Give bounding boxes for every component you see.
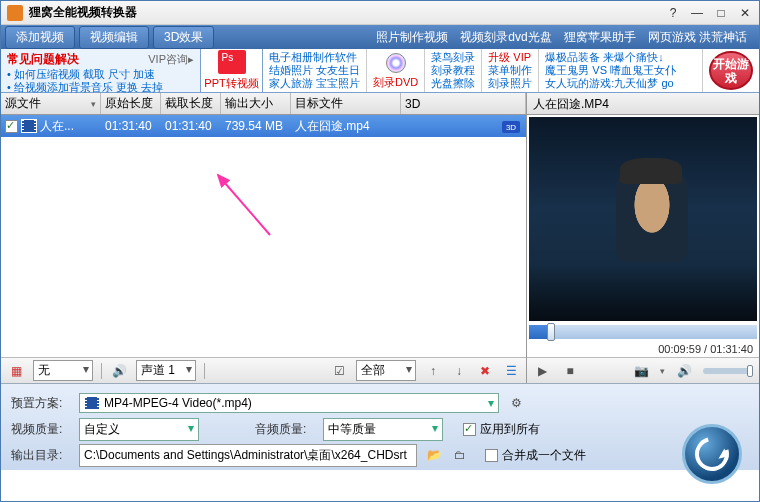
- cell-cut: 01:31:40: [161, 119, 221, 133]
- playback-slider[interactable]: [529, 325, 757, 339]
- link-web-game[interactable]: 网页游戏 洪荒神话: [648, 29, 747, 46]
- subtitle-icon[interactable]: ▦: [7, 362, 25, 380]
- faq-item[interactable]: 如何压缩视频 截取 尺寸 加速: [7, 68, 194, 81]
- preview-panel: 人在囧途.MP4 00:09:59 / 01:31:40 ▶ ■ 📷▾ 🔊: [527, 93, 759, 383]
- apply-all-checkbox[interactable]: 应用到所有: [463, 421, 540, 438]
- bottom-panel: 预置方案: MP4-MPEG-4 Video(*.mp4) ⚙ 视频质量: 自定…: [1, 383, 759, 470]
- audio-track-combo[interactable]: 声道 1: [136, 360, 196, 381]
- snapshot-icon[interactable]: 📷: [632, 362, 650, 380]
- link-photo-video[interactable]: 照片制作视频: [376, 29, 448, 46]
- dvd-icon: [386, 53, 406, 73]
- promo-link[interactable]: 刻录照片: [488, 77, 532, 90]
- table-row[interactable]: 人在... 01:31:40 01:31:40 739.54 MB 人在囧途.m…: [1, 115, 526, 137]
- volume-icon[interactable]: 🔊: [675, 362, 693, 380]
- main-toolbar: 添加视频 视频编辑 3D效果 照片制作视频 视频刻录dvd光盘 狸窝苹果助手 网…: [1, 25, 759, 49]
- promo-bar: 常见问题解决VIP咨询▸ 如何压缩视频 截取 尺寸 加速 给视频添加背景音乐 更…: [1, 49, 759, 93]
- promo-link[interactable]: 魔王鬼男 VS 嗜血鬼王女仆: [545, 64, 696, 77]
- aq-label: 音频质量:: [255, 421, 315, 438]
- promo-link[interactable]: 结婚照片 女友生日: [269, 64, 360, 77]
- burn-dvd-link[interactable]: 刻录DVD: [373, 76, 418, 89]
- faq-panel: 常见问题解决VIP咨询▸ 如何压缩视频 截取 尺寸 加速 给视频添加背景音乐 更…: [1, 49, 201, 92]
- promo-link[interactable]: 家人旅游 宝宝照片: [269, 77, 360, 90]
- preview-title: 人在囧途.MP4: [527, 93, 759, 115]
- promo-link[interactable]: 女人玩的游戏:九天仙梦 go: [545, 77, 696, 90]
- add-video-button[interactable]: 添加视频: [5, 26, 75, 49]
- output-dir-input[interactable]: C:\Documents and Settings\Administrator\…: [79, 444, 417, 467]
- ppt-promo[interactable]: PPT转视频: [201, 49, 263, 92]
- toolbar-links: 照片制作视频 视频刻录dvd光盘 狸窝苹果助手 网页游戏 洪荒神话: [218, 29, 755, 46]
- faq-title: 常见问题解决: [7, 51, 79, 68]
- app-logo-icon: [7, 5, 23, 21]
- convert-button[interactable]: [682, 424, 742, 484]
- preset-settings-icon[interactable]: ⚙: [507, 394, 525, 412]
- video-file-icon: [21, 119, 37, 133]
- audio-icon[interactable]: 🔊: [110, 362, 128, 380]
- promo-link[interactable]: 刻录教程: [431, 64, 475, 77]
- playback-time: 00:09:59 / 01:31:40: [527, 341, 759, 357]
- file-panel: 源文件▾ 原始长度 截取长度 输出大小 目标文件 3D 人在... 01:31:…: [1, 93, 527, 383]
- titlebar: 狸窝全能视频转换器 ? — □ ✕: [1, 1, 759, 25]
- left-bottom-bar: ▦ 无 🔊 声道 1 ☑ 全部 ↑ ↓ ✖ ☰: [1, 357, 526, 383]
- 3d-effect-button[interactable]: 3D效果: [153, 26, 214, 49]
- col-cut-len[interactable]: 截取长度: [161, 93, 221, 114]
- subtitle-combo[interactable]: 无: [33, 360, 93, 381]
- video-edit-button[interactable]: 视频编辑: [79, 26, 149, 49]
- window-controls: ? — □ ✕: [665, 6, 753, 20]
- volume-slider[interactable]: [703, 368, 753, 374]
- col-out-size[interactable]: 输出大小: [221, 93, 291, 114]
- play-icon[interactable]: ▶: [533, 362, 551, 380]
- 3d-badge-icon[interactable]: 3D: [502, 121, 520, 133]
- help-icon[interactable]: ?: [665, 6, 681, 20]
- move-down-icon[interactable]: ↓: [450, 362, 468, 380]
- slider-thumb[interactable]: [547, 323, 555, 341]
- cell-target: 人在囧途.mp4: [291, 118, 401, 135]
- select-all-combo[interactable]: 全部: [356, 360, 416, 381]
- file-name: 人在...: [40, 118, 74, 135]
- open-folder-icon[interactable]: 🗀: [451, 446, 469, 464]
- minimize-icon[interactable]: —: [689, 6, 705, 20]
- row-checkbox[interactable]: [5, 120, 18, 133]
- promo-link[interactable]: 菜单制作: [488, 64, 532, 77]
- link-burn-dvd[interactable]: 视频刻录dvd光盘: [460, 29, 551, 46]
- col-3d[interactable]: 3D: [401, 93, 526, 114]
- close-icon[interactable]: ✕: [737, 6, 753, 20]
- cell-size: 739.54 MB: [221, 119, 291, 133]
- cell-orig: 01:31:40: [101, 119, 161, 133]
- window-title: 狸窝全能视频转换器: [29, 4, 665, 21]
- file-list[interactable]: 人在... 01:31:40 01:31:40 739.54 MB 人在囧途.m…: [1, 115, 526, 357]
- main-area: 源文件▾ 原始长度 截取长度 输出大小 目标文件 3D 人在... 01:31:…: [1, 93, 759, 383]
- ppt-label: PPT转视频: [204, 76, 258, 91]
- promo-link[interactable]: 爆极品装备 来爆个痛快↓: [545, 51, 696, 64]
- merge-checkbox[interactable]: 合并成一个文件: [485, 447, 586, 464]
- browse-folder-icon[interactable]: 📂: [425, 446, 443, 464]
- col-source[interactable]: 源文件▾: [1, 93, 101, 114]
- ppt-icon: [218, 50, 246, 74]
- video-quality-combo[interactable]: 自定义: [79, 418, 199, 441]
- vq-label: 视频质量:: [11, 421, 71, 438]
- promo-links: 电子相册制作软件 结婚照片 女友生日 家人旅游 宝宝照片 刻录DVD 菜鸟刻录 …: [263, 49, 759, 92]
- promo-link[interactable]: 菜鸟刻录: [431, 51, 475, 64]
- list-icon[interactable]: ☰: [502, 362, 520, 380]
- delete-icon[interactable]: ✖: [476, 362, 494, 380]
- link-apple-helper[interactable]: 狸窝苹果助手: [564, 29, 636, 46]
- start-game-button[interactable]: 开始游戏: [709, 51, 753, 90]
- promo-link[interactable]: 光盘擦除: [431, 77, 475, 90]
- promo-link[interactable]: 升级 VIP: [488, 51, 532, 64]
- video-preview[interactable]: [529, 117, 757, 321]
- move-up-icon[interactable]: ↑: [424, 362, 442, 380]
- col-orig-len[interactable]: 原始长度: [101, 93, 161, 114]
- vip-link[interactable]: VIP咨询▸: [148, 52, 194, 67]
- col-target[interactable]: 目标文件: [291, 93, 401, 114]
- preview-controls: ▶ ■ 📷▾ 🔊: [527, 357, 759, 383]
- promo-link[interactable]: 电子相册制作软件: [269, 51, 360, 64]
- select-icon[interactable]: ☑: [330, 362, 348, 380]
- preset-combo[interactable]: MP4-MPEG-4 Video(*.mp4): [79, 393, 499, 414]
- table-header: 源文件▾ 原始长度 截取长度 输出大小 目标文件 3D: [1, 93, 526, 115]
- maximize-icon[interactable]: □: [713, 6, 729, 20]
- stop-icon[interactable]: ■: [561, 362, 579, 380]
- outdir-label: 输出目录:: [11, 447, 71, 464]
- preset-label: 预置方案:: [11, 395, 71, 412]
- audio-quality-combo[interactable]: 中等质量: [323, 418, 443, 441]
